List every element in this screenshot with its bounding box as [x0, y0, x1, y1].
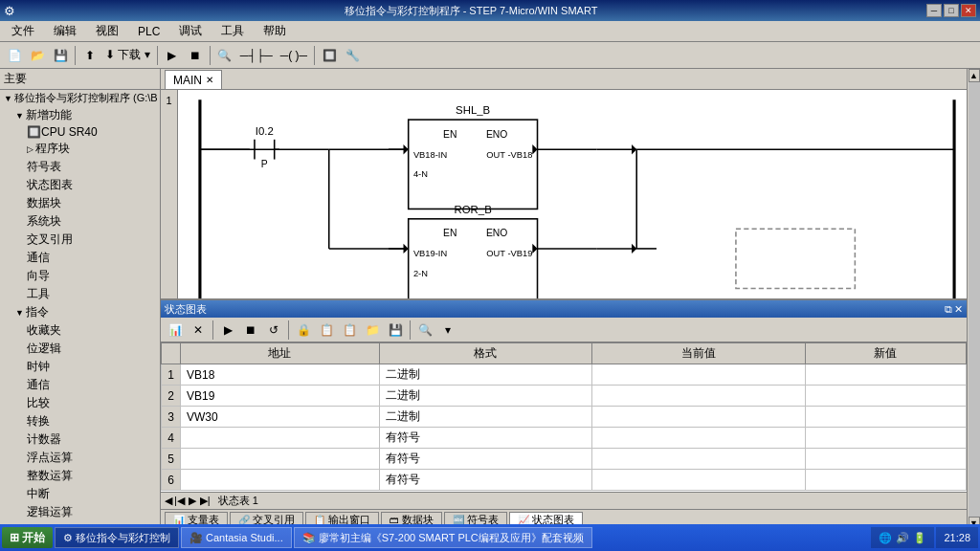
- row-address[interactable]: VB18: [181, 364, 380, 386]
- close-button[interactable]: ✕: [961, 4, 976, 17]
- row-format[interactable]: 有符号: [379, 449, 592, 470]
- coil-button[interactable]: ─( )─: [278, 45, 310, 66]
- status-tb-8[interactable]: 📋: [339, 320, 360, 341]
- row-format[interactable]: 二进制: [379, 407, 592, 428]
- row-format[interactable]: 有符号: [379, 428, 592, 449]
- sidebar-item-comm2[interactable]: 通信: [23, 376, 160, 394]
- page-last[interactable]: ▶|: [200, 495, 211, 507]
- sidebar-item-bit-logic[interactable]: 位逻辑: [23, 340, 160, 358]
- menu-item-调试[interactable]: 调试: [171, 21, 210, 41]
- status-tb-1[interactable]: 📊: [165, 320, 186, 341]
- status-tb-6[interactable]: 🔒: [293, 320, 314, 341]
- ladder-area[interactable]: 1 I0.2 P: [161, 90, 967, 298]
- status-tbody: 1 VB18 二进制 2 VB19 二进制 3 VW30 二进制 4 有符号 5: [162, 364, 967, 491]
- row-address[interactable]: [181, 449, 380, 470]
- sidebar-item-logic[interactable]: 逻辑运算: [23, 503, 160, 521]
- status-tb-9[interactable]: 📁: [362, 320, 383, 341]
- contact-button[interactable]: ─┤├─: [237, 45, 276, 66]
- sidebar-item-wizard[interactable]: 向导: [23, 267, 160, 285]
- sidebar-item-root[interactable]: ▼ 移位指令与彩灯控制程序 (G:\B: [0, 90, 160, 106]
- row-new[interactable]: [805, 470, 966, 491]
- stop-button[interactable]: ⏹: [185, 45, 206, 66]
- row-format[interactable]: 二进制: [379, 386, 592, 407]
- row-format[interactable]: 有符号: [379, 470, 592, 491]
- download-button[interactable]: ⬇ 下载 ▾: [102, 45, 153, 66]
- close-status-icon[interactable]: ✕: [954, 303, 963, 316]
- status-tb-dropdown[interactable]: ▾: [437, 320, 458, 341]
- taskbar-item-1[interactable]: 🎥 Cantasia Studi...: [181, 527, 292, 548]
- sidebar-item-crossref[interactable]: 交叉引用: [23, 231, 160, 249]
- row-new[interactable]: [805, 428, 966, 449]
- menu-item-帮助[interactable]: 帮助: [256, 21, 294, 41]
- row-current[interactable]: [592, 386, 806, 407]
- sidebar-item-float[interactable]: 浮点运算: [23, 449, 160, 467]
- status-tb-2[interactable]: ✕: [188, 320, 209, 341]
- tab-close-icon[interactable]: ✕: [206, 75, 213, 85]
- status-tb-4[interactable]: ⏹: [240, 320, 261, 341]
- row-address[interactable]: VW30: [181, 407, 380, 428]
- taskbar-item-2[interactable]: 📚 廖常初主编《S7-200 SMART PLC编程及应用》配套视频: [294, 527, 592, 548]
- zoom-button[interactable]: 🔍: [214, 45, 235, 66]
- row-address[interactable]: [181, 470, 380, 491]
- row-current[interactable]: [592, 470, 806, 491]
- float-icon[interactable]: ⧉: [945, 303, 952, 316]
- upload-button[interactable]: ⬆: [79, 45, 100, 66]
- row-address[interactable]: [181, 428, 380, 449]
- sidebar-item-tools[interactable]: 工具: [23, 285, 160, 303]
- sidebar-item-integer[interactable]: 整数运算: [23, 467, 160, 485]
- compile-button[interactable]: 🔧: [342, 45, 363, 66]
- run-button[interactable]: ▶: [162, 45, 183, 66]
- row-new[interactable]: [805, 386, 966, 407]
- minimize-button[interactable]: ─: [926, 4, 942, 17]
- sidebar-item-comm[interactable]: 通信: [23, 249, 160, 267]
- maximize-button[interactable]: □: [944, 4, 959, 17]
- sidebar-item-clock[interactable]: 时钟: [23, 358, 160, 376]
- sidebar-item-interrupt[interactable]: 中断: [23, 485, 160, 503]
- sidebar-item-status[interactable]: 状态图表: [23, 176, 160, 194]
- page-prev[interactable]: ◀: [165, 495, 172, 507]
- menu-item-文件[interactable]: 文件: [4, 21, 42, 41]
- menu-item-编辑[interactable]: 编辑: [46, 21, 84, 41]
- sidebar-item-cpu[interactable]: 🔲 CPU SR40: [23, 124, 160, 140]
- start-button[interactable]: ⊞ 开始: [2, 527, 53, 548]
- scroll-track-v[interactable]: [969, 82, 980, 517]
- status-tb-3[interactable]: ▶: [217, 320, 238, 341]
- right-scrollbar[interactable]: ▲ ▼: [967, 69, 980, 530]
- row-current[interactable]: [592, 449, 806, 470]
- scroll-up[interactable]: ▲: [969, 69, 980, 82]
- row-current[interactable]: [592, 407, 806, 428]
- status-tb-10[interactable]: 💾: [385, 320, 406, 341]
- row-new[interactable]: [805, 407, 966, 428]
- page-next[interactable]: ▶: [189, 495, 196, 507]
- menu-item-PLC[interactable]: PLC: [130, 23, 167, 40]
- row-new[interactable]: [805, 449, 966, 470]
- status-tb-5[interactable]: ↺: [263, 320, 284, 341]
- status-tb-11[interactable]: 🔍: [414, 320, 435, 341]
- sidebar-item-compare[interactable]: 比较: [23, 394, 160, 412]
- save-button[interactable]: 💾: [50, 45, 71, 66]
- sidebar-item-data[interactable]: 数据块: [23, 194, 160, 212]
- new-button[interactable]: 📄: [4, 45, 25, 66]
- status-tb-7[interactable]: 📋: [316, 320, 337, 341]
- sidebar-item-instructions[interactable]: ▼ 指令: [11, 303, 160, 321]
- row-new[interactable]: [805, 364, 966, 386]
- row-current[interactable]: [592, 428, 806, 449]
- menu-item-工具[interactable]: 工具: [213, 21, 252, 41]
- row-format[interactable]: 二进制: [379, 364, 592, 386]
- sidebar-item-system[interactable]: 系统块: [23, 212, 160, 231]
- tab-main[interactable]: MAIN ✕: [165, 70, 222, 89]
- sidebar-item-counter[interactable]: 计数器: [23, 430, 160, 449]
- sidebar-item-symbol[interactable]: 符号表: [23, 158, 160, 176]
- row-current[interactable]: [592, 364, 806, 386]
- sidebar-item-program[interactable]: ▷ 程序块: [23, 140, 160, 158]
- sidebar-item-convert[interactable]: 转换: [23, 412, 160, 430]
- menu-item-视图[interactable]: 视图: [88, 21, 126, 41]
- open-button[interactable]: 📂: [27, 45, 48, 66]
- sidebar-item-favorites[interactable]: 收藏夹: [23, 321, 160, 340]
- sidebar-item-new-func[interactable]: ▼ 新增功能: [11, 106, 160, 124]
- sep3: [410, 320, 411, 340]
- row-address[interactable]: VB19: [181, 386, 380, 407]
- net-button[interactable]: 🔲: [319, 45, 340, 66]
- page-first[interactable]: |◀: [174, 495, 185, 507]
- taskbar-item-0[interactable]: ⚙ 移位指令与彩灯控制: [55, 527, 179, 548]
